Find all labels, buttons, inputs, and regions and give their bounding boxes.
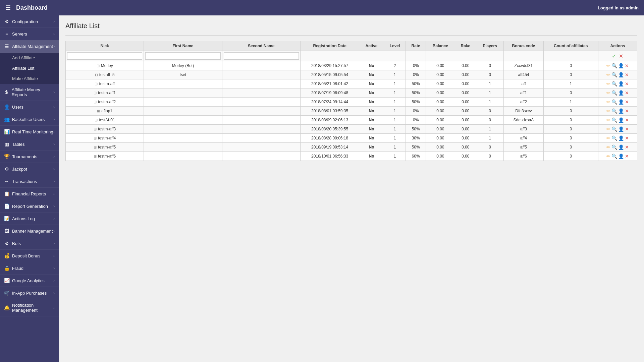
user-icon[interactable]: 👤 (618, 99, 624, 105)
edit-icon[interactable]: ✏ (606, 108, 610, 114)
cell-firstname (144, 116, 222, 125)
edit-icon[interactable]: ✏ (606, 72, 610, 77)
edit-icon[interactable]: ✏ (606, 144, 610, 150)
sidebar-item-financial-reports[interactable]: 📋 Financial Reports › (0, 188, 59, 200)
user-icon[interactable]: 👤 (618, 144, 624, 150)
sidebar-item-banner-management[interactable]: 🖼 Banner Management › (0, 225, 59, 237)
filter-apply-button[interactable]: ✓ (612, 53, 616, 59)
sidebar-item-jackpot[interactable]: ⚙ Jackpot › (0, 163, 59, 175)
user-icon[interactable]: 👤 (618, 154, 624, 159)
expand-icon[interactable]: ⊞ (95, 118, 98, 122)
view-icon[interactable]: 🔍 (611, 135, 617, 141)
user-icon[interactable]: 👤 (618, 108, 624, 114)
user-icon[interactable]: 👤 (618, 126, 624, 132)
sidebar-submenu-affiliate-management: Add AffiliateAffiliate ListMake Affiliat… (0, 53, 59, 84)
delete-icon[interactable]: ✕ (625, 144, 629, 150)
view-icon[interactable]: 🔍 (611, 81, 617, 86)
expand-icon[interactable]: ⊞ (94, 127, 97, 131)
view-icon[interactable]: 🔍 (611, 63, 617, 68)
edit-icon[interactable]: ✏ (606, 90, 610, 96)
view-icon[interactable]: 🔍 (611, 117, 617, 123)
sidebar-item-report-generation[interactable]: 📄 Report Generation › (0, 200, 59, 213)
filter-cell-12: ✓✕ (598, 51, 637, 61)
view-icon[interactable]: 🔍 (611, 154, 617, 159)
sidebar-item-notification-management[interactable]: 🔔 Notification Management › (0, 299, 59, 316)
backoffice-users-icon: 👥 (4, 117, 9, 122)
cell-actions: ✏ 🔍 👤 ✕ (598, 152, 637, 161)
sidebar-item-affiliate-money-reports[interactable]: $ Affiliate Money Reports › (0, 84, 59, 101)
expand-icon[interactable]: ⊞ (97, 109, 100, 113)
view-icon[interactable]: 🔍 (611, 144, 617, 150)
hamburger-icon[interactable]: ☰ (5, 4, 11, 11)
cell-players: 0 (476, 61, 503, 70)
sidebar-item-actions-log[interactable]: 📝 Actions Log › (0, 213, 59, 225)
sidebar-item-deposit-bonus[interactable]: 💰 Deposit Bonus › (0, 250, 59, 262)
edit-icon[interactable]: ✏ (606, 99, 610, 105)
sidebar-item-affiliate-management[interactable]: ☰ Affiliate Management › (0, 40, 59, 53)
sidebar-item-configuration[interactable]: ⚙ Configuration › (0, 15, 59, 28)
user-icon[interactable]: 👤 (618, 117, 624, 123)
delete-icon[interactable]: ✕ (625, 63, 629, 68)
cell-regdate: 2018/03/29 15:27:57 (300, 61, 359, 70)
delete-icon[interactable]: ✕ (625, 72, 629, 77)
cell-firstname: tset (144, 70, 222, 79)
delete-icon[interactable]: ✕ (625, 117, 629, 123)
view-icon[interactable]: 🔍 (611, 90, 617, 96)
delete-icon[interactable]: ✕ (625, 108, 629, 114)
expand-icon[interactable]: ⊞ (94, 91, 97, 95)
edit-icon[interactable]: ✏ (606, 63, 610, 68)
cell-rake: 0.00 (455, 79, 476, 88)
cell-nick: ⊞testm-aff1 (66, 88, 144, 98)
filter-secondname-input[interactable] (224, 52, 299, 60)
sidebar-sub-item-affiliate-list[interactable]: Affiliate List (0, 63, 59, 73)
sidebar-item-transactions[interactable]: ↔ Transactions › (0, 175, 59, 188)
delete-icon[interactable]: ✕ (625, 90, 629, 96)
sidebar-sub-item-make-affiliate[interactable]: Make Affiliate (0, 73, 59, 84)
user-icon[interactable]: 👤 (618, 63, 624, 68)
view-icon[interactable]: 🔍 (611, 126, 617, 132)
sidebar-item-tables[interactable]: ▦ Tables › (0, 138, 59, 150)
delete-icon[interactable]: ✕ (625, 135, 629, 141)
sidebar-item-servers[interactable]: ≡ Servers › (0, 28, 59, 40)
sidebar-item-tournaments[interactable]: 🏆 Tournaments › (0, 150, 59, 163)
cell-rake: 0.00 (455, 107, 476, 116)
expand-icon[interactable]: ⊞ (94, 100, 97, 104)
edit-icon[interactable]: ✏ (606, 154, 610, 159)
cell-rate: 50% (406, 98, 426, 107)
filter-clear-button[interactable]: ✕ (619, 53, 623, 59)
sidebar-sub-item-add-affiliate[interactable]: Add Affiliate (0, 53, 59, 63)
user-icon[interactable]: 👤 (618, 72, 624, 77)
delete-icon[interactable]: ✕ (625, 99, 629, 105)
sidebar-item-bots[interactable]: ⚙ Bots › (0, 237, 59, 250)
transactions-icon: ↔ (4, 179, 9, 184)
view-icon[interactable]: 🔍 (611, 72, 617, 77)
edit-icon[interactable]: ✏ (606, 126, 610, 132)
sidebar-item-fraud[interactable]: 🔒 Fraud › (0, 262, 59, 275)
edit-icon[interactable]: ✏ (606, 81, 610, 86)
expand-icon[interactable]: ⊞ (94, 136, 97, 140)
delete-icon[interactable]: ✕ (625, 81, 629, 86)
view-icon[interactable]: 🔍 (611, 108, 617, 114)
edit-icon[interactable]: ✏ (606, 117, 610, 123)
expand-icon[interactable]: ⊞ (94, 154, 97, 158)
edit-icon[interactable]: ✏ (606, 135, 610, 141)
sidebar-item-real-time-monitoring[interactable]: 📊 Real Time Monitoring › (0, 126, 59, 138)
sidebar-item-in-app-purchases[interactable]: 🛒 In-App Purchases › (0, 287, 59, 299)
sidebar-item-backoffice-users[interactable]: 👥 Backoffice Users › (0, 113, 59, 126)
expand-icon[interactable]: ⊞ (97, 64, 100, 68)
user-icon[interactable]: 👤 (618, 81, 624, 86)
sidebar-item-users[interactable]: 👤 Users › (0, 101, 59, 113)
deposit-bonus-icon: 💰 (4, 253, 9, 258)
view-icon[interactable]: 🔍 (611, 99, 617, 105)
user-icon[interactable]: 👤 (618, 135, 624, 141)
filter-firstname-input[interactable] (145, 52, 220, 60)
delete-icon[interactable]: ✕ (625, 126, 629, 132)
expand-icon[interactable]: ⊞ (94, 145, 97, 149)
filter-cell-6 (406, 51, 426, 61)
delete-icon[interactable]: ✕ (625, 154, 629, 159)
filter-nick-input[interactable] (67, 52, 142, 60)
user-icon[interactable]: 👤 (618, 90, 624, 96)
expand-icon[interactable]: ⊞ (95, 82, 98, 86)
expand-icon[interactable]: ⊟ (95, 73, 98, 77)
sidebar-item-google-analytics[interactable]: 📈 Google Analytics › (0, 275, 59, 287)
